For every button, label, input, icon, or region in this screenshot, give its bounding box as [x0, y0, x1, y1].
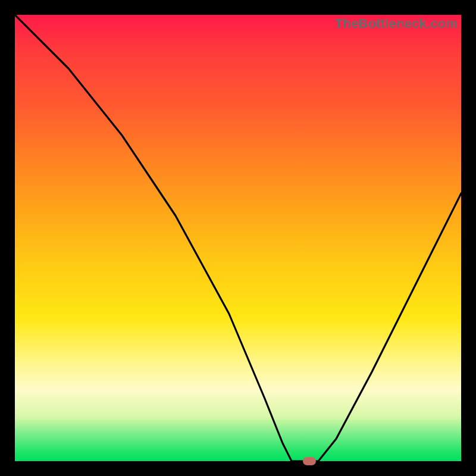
chart-frame: TheBottleneck.com: [0, 0, 476, 476]
bottleneck-curve: [15, 15, 461, 461]
optimal-point-marker: [303, 457, 316, 465]
curve-path: [15, 15, 461, 461]
chart-plot-area: TheBottleneck.com: [15, 15, 461, 461]
watermark-text: TheBottleneck.com: [335, 16, 458, 32]
